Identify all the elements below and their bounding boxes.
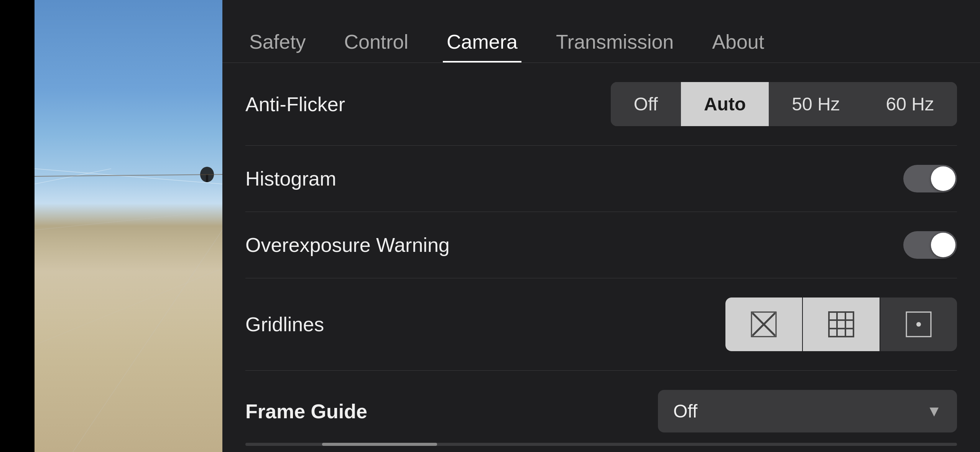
frame-guide-value: Off xyxy=(673,401,697,422)
anti-flicker-60hz[interactable]: 60 Hz xyxy=(863,82,957,126)
camera-overlay xyxy=(35,0,222,452)
gridlines-grid-btn[interactable] xyxy=(803,297,880,351)
camera-feed xyxy=(35,0,222,452)
overexposure-label: Overexposure Warning xyxy=(245,233,450,256)
anti-flicker-control: Off Auto 50 Hz 60 Hz xyxy=(611,82,957,126)
histogram-toggle-knob xyxy=(931,166,955,191)
anti-flicker-off[interactable]: Off xyxy=(611,82,681,126)
center-icon xyxy=(903,309,934,340)
svg-line-1 xyxy=(35,211,222,230)
anti-flicker-50hz[interactable]: 50 Hz xyxy=(769,82,863,126)
grid-icon xyxy=(826,309,857,340)
tab-control[interactable]: Control xyxy=(340,23,412,62)
anti-flicker-row: Anti-Flicker Off Auto 50 Hz 60 Hz xyxy=(245,63,957,146)
tab-transmission[interactable]: Transmission xyxy=(552,23,677,62)
svg-line-3 xyxy=(73,230,222,452)
frame-guide-label: Frame Guide xyxy=(245,400,367,423)
settings-content: Anti-Flicker Off Auto 50 Hz 60 Hz Histog… xyxy=(222,63,980,437)
anti-flicker-label: Anti-Flicker xyxy=(245,93,345,116)
svg-point-17 xyxy=(916,322,921,327)
gridlines-label: Gridlines xyxy=(245,313,324,336)
tab-about[interactable]: About xyxy=(708,23,768,62)
histogram-toggle[interactable] xyxy=(903,165,957,192)
gridlines-row: Gridlines xyxy=(245,278,957,371)
scrollbar-area xyxy=(222,437,980,452)
tab-bar: Safety Control Camera Transmission About xyxy=(222,0,980,63)
x-icon xyxy=(748,309,779,340)
svg-rect-11 xyxy=(829,312,853,337)
frame-guide-row: Frame Guide Off ▼ Enabling frame guide d… xyxy=(245,371,957,437)
svg-rect-6 xyxy=(206,174,208,182)
camera-panel xyxy=(35,0,222,452)
gridlines-off-btn[interactable] xyxy=(725,297,802,351)
gridlines-control xyxy=(725,297,957,351)
scrollbar-track[interactable] xyxy=(245,443,957,446)
gridlines-center-btn[interactable] xyxy=(880,297,957,351)
histogram-row: Histogram xyxy=(245,146,957,212)
tab-camera[interactable]: Camera xyxy=(443,23,521,62)
dropdown-arrow-icon: ▼ xyxy=(926,403,942,420)
scrollbar-thumb[interactable] xyxy=(322,443,437,446)
overexposure-toggle-knob xyxy=(931,233,955,257)
overexposure-row: Overexposure Warning xyxy=(245,212,957,278)
tab-safety[interactable]: Safety xyxy=(245,23,309,62)
settings-panel: Safety Control Camera Transmission About… xyxy=(222,0,980,452)
histogram-label: Histogram xyxy=(245,167,336,190)
anti-flicker-auto[interactable]: Auto xyxy=(681,82,769,126)
svg-line-4 xyxy=(35,268,222,345)
overexposure-toggle[interactable] xyxy=(903,231,957,259)
frame-guide-dropdown[interactable]: Off ▼ xyxy=(658,390,957,432)
left-black-bar xyxy=(0,0,35,452)
